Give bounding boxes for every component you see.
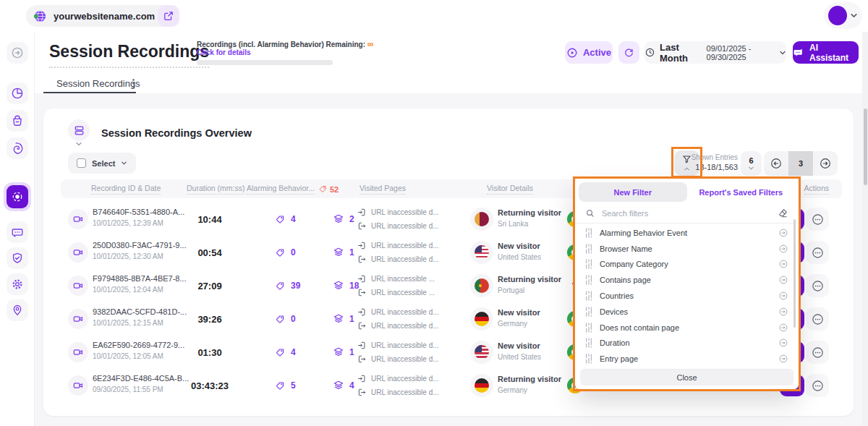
country-flag-icon bbox=[475, 378, 489, 393]
shown-entries-value: 13-18/1,563 bbox=[684, 163, 738, 171]
entry-url: URL inaccessible ... bbox=[371, 275, 435, 283]
sidebar bbox=[0, 32, 35, 426]
arrow-right-circle-icon[interactable] bbox=[778, 307, 788, 317]
alarming-count: 4 bbox=[291, 347, 296, 357]
col-actions[interactable]: Actions bbox=[804, 184, 829, 195]
filter-panel-tabs: New Filter Report's Saved Filters bbox=[579, 182, 795, 202]
alarming-count-cell: 0 bbox=[275, 236, 296, 269]
close-filter-button[interactable]: Close bbox=[580, 369, 793, 385]
filter-item[interactable]: Countries bbox=[575, 288, 799, 304]
entry-page-icon bbox=[357, 274, 367, 284]
filter-item[interactable]: Contains page bbox=[575, 272, 799, 288]
clear-search-eraser-icon[interactable] bbox=[778, 208, 788, 218]
previous-page-button[interactable] bbox=[764, 151, 788, 176]
visitor-details-cell: New visitor United States bbox=[498, 341, 541, 361]
click-for-details-link[interactable]: Click for details bbox=[197, 48, 250, 56]
recording-id[interactable]: 250D0380-F3AC-4791-9... bbox=[93, 241, 187, 250]
analytics-pie-icon bbox=[11, 87, 24, 100]
row-actions-button[interactable] bbox=[806, 307, 829, 331]
tab-new-filter[interactable]: New Filter bbox=[579, 182, 687, 202]
visitor-flag-wrap bbox=[470, 241, 493, 264]
filter-list-scrollbar[interactable] bbox=[793, 219, 796, 328]
drag-handle-icon[interactable] bbox=[585, 323, 592, 333]
drag-handle-icon[interactable] bbox=[585, 338, 592, 348]
settings-gear-icon bbox=[11, 278, 24, 291]
ai-assistant-button[interactable]: AI Assistant bbox=[793, 41, 859, 64]
recording-id[interactable]: EA62F590-2669-4772-9... bbox=[93, 341, 184, 349]
database-icon bbox=[73, 124, 85, 137]
col-recording-id[interactable]: Recording ID & Date bbox=[91, 184, 161, 195]
drag-handle-icon[interactable] bbox=[585, 244, 592, 254]
sidebar-item-analytics[interactable] bbox=[7, 82, 28, 104]
active-status-button[interactable]: Active bbox=[565, 41, 613, 64]
recording-id[interactable]: 6E234F3D-E486-4C5A-B... bbox=[93, 374, 189, 383]
select-checkbox[interactable] bbox=[77, 158, 86, 168]
ellipsis-circle-icon bbox=[811, 246, 825, 260]
sidebar-item-collapse[interactable] bbox=[7, 42, 28, 64]
filter-item[interactable]: Browser Name bbox=[575, 241, 799, 257]
country-flag-icon bbox=[475, 278, 489, 293]
sidebar-item-settings[interactable] bbox=[7, 273, 28, 295]
filter-item[interactable]: Duration bbox=[575, 335, 799, 351]
select-button[interactable]: Select bbox=[68, 153, 136, 174]
recording-id[interactable]: 9382DAAC-5CFD-481D-... bbox=[93, 307, 187, 316]
user-menu[interactable] bbox=[824, 2, 862, 29]
filter-item[interactable]: Alarming Behavior Event bbox=[575, 225, 799, 241]
sidebar-item-conversions[interactable] bbox=[7, 110, 28, 132]
arrow-right-circle-icon[interactable] bbox=[778, 338, 788, 348]
tab-saved-filters[interactable]: Report's Saved Filters bbox=[687, 182, 796, 202]
drag-handle-icon[interactable] bbox=[585, 228, 592, 238]
col-alarming-behavior[interactable]: Alarming Behavior... 52 bbox=[247, 184, 339, 195]
visitor-flag-wrap bbox=[470, 307, 493, 331]
arrow-right-circle-icon[interactable] bbox=[778, 259, 788, 269]
filter-item[interactable]: Company Category bbox=[575, 257, 799, 273]
page-scrollbar-thumb[interactable] bbox=[864, 108, 867, 185]
col-duration[interactable]: Duration (mm:ss) bbox=[187, 184, 245, 195]
sidebar-item-privacy[interactable] bbox=[7, 247, 28, 269]
page-size-selector[interactable]: 6 bbox=[741, 151, 762, 176]
sidebar-item-funnels[interactable] bbox=[7, 137, 28, 159]
arrow-right-circle-icon[interactable] bbox=[778, 228, 788, 238]
video-camera-icon bbox=[72, 346, 84, 358]
entry-page-icon bbox=[357, 307, 367, 317]
sidebar-item-session-recordings-active[interactable] bbox=[4, 182, 31, 211]
col-visited-pages[interactable]: Visited Pages bbox=[359, 184, 406, 195]
filter-item[interactable]: Devices bbox=[575, 304, 799, 320]
drag-handle-icon[interactable] bbox=[585, 291, 592, 301]
date-range-selector[interactable]: Last Month 09/01/2025 - 09/30/2025 bbox=[644, 41, 786, 64]
drag-handle-icon[interactable] bbox=[585, 275, 592, 285]
row-actions-button[interactable] bbox=[806, 341, 829, 364]
row-actions-button[interactable] bbox=[806, 208, 829, 231]
row-actions-button[interactable] bbox=[806, 274, 829, 297]
row-actions-button[interactable] bbox=[806, 241, 829, 264]
website-selector[interactable]: yourwebsitename.com bbox=[26, 5, 179, 27]
row-actions-button[interactable] bbox=[806, 374, 829, 397]
tab-options-kebab-icon[interactable] bbox=[128, 77, 138, 89]
entry-exit-urls: URL inaccessible ... URL inaccessible ..… bbox=[357, 269, 435, 302]
drag-handle-icon[interactable] bbox=[585, 307, 592, 317]
drag-handle-icon[interactable] bbox=[585, 259, 592, 269]
col-visitor-details[interactable]: Visitor Details bbox=[487, 184, 533, 195]
recording-id[interactable]: F9794885-8B7A-4BE7-8... bbox=[93, 274, 187, 283]
refresh-button[interactable] bbox=[618, 41, 639, 64]
arrow-right-circle-icon[interactable] bbox=[778, 291, 788, 301]
next-page-button[interactable] bbox=[813, 151, 838, 176]
alarming-count-cell: 5 bbox=[275, 369, 296, 402]
filter-search-input[interactable] bbox=[602, 209, 771, 218]
open-website-button[interactable] bbox=[158, 5, 179, 27]
entry-exit-urls: URL inaccessible d... URL inaccessible d… bbox=[357, 302, 439, 336]
alarming-count: 4 bbox=[291, 214, 296, 224]
page-scrollbar-track[interactable] bbox=[862, 32, 868, 426]
arrow-right-circle-icon[interactable] bbox=[778, 275, 788, 285]
filter-item[interactable]: Does not contain page bbox=[575, 320, 799, 336]
sidebar-item-journeys[interactable] bbox=[7, 299, 28, 321]
arrow-right-circle-icon[interactable] bbox=[778, 323, 788, 333]
filter-item[interactable]: Entry page bbox=[575, 351, 799, 367]
arrow-right-circle-icon[interactable] bbox=[778, 354, 788, 364]
drag-handle-icon[interactable] bbox=[585, 354, 592, 364]
arrow-right-circle-icon[interactable] bbox=[778, 244, 788, 254]
sidebar-item-feedback[interactable] bbox=[7, 221, 28, 243]
recording-id[interactable]: B746640F-5351-4880-A... bbox=[93, 208, 184, 216]
visitor-country: Portugal bbox=[498, 286, 561, 294]
overview-dropdown-button[interactable] bbox=[68, 119, 90, 141]
